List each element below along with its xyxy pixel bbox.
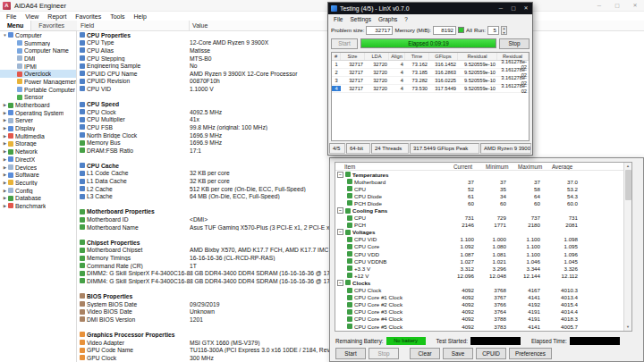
scroll-down-icon[interactable]: ▼ <box>626 324 630 331</box>
linx-menu-item-[interactable]: ? <box>401 16 411 22</box>
menu-item-tools[interactable]: Tools <box>106 13 129 20</box>
sidebar-item-directx[interactable]: ▶DirectX <box>0 156 76 164</box>
aida64-titlebar[interactable]: A AIDA64 Engineer ─ ▢ ✕ <box>0 0 644 12</box>
sidebar-item-motherboard[interactable]: ▶Motherboard <box>0 101 76 109</box>
minimize-icon[interactable]: ─ <box>495 3 507 14</box>
sidebar-item-computer-name[interactable]: Computer Name <box>0 46 76 55</box>
sensor-row-cpu[interactable]: CPU52355853.2 <box>335 185 631 192</box>
close-icon[interactable]: ✕ <box>626 0 644 12</box>
sensor-row-cpu[interactable]: CPU731729737731 <box>335 215 631 222</box>
sensor-row-12-v[interactable]: +12 V12.09612.04812.14412.112 <box>335 272 631 279</box>
tree-expander-icon[interactable]: ▶ <box>2 181 8 185</box>
tree-expander-icon[interactable]: ▶ <box>2 111 8 115</box>
sidebar-item-storage[interactable]: ▶Storage <box>0 140 76 148</box>
memory-input[interactable]: 8192 <box>433 26 456 35</box>
tree-expander-icon[interactable]: ▶ <box>2 165 8 170</box>
sidebar-item-config[interactable]: ▶Config <box>0 187 76 195</box>
sensor-row-pch[interactable]: PCH2146177121802081 <box>335 222 631 229</box>
sidebar-item-multimedia[interactable]: ▶Multimedia <box>0 132 76 140</box>
tab-menu[interactable]: Menu <box>0 21 31 30</box>
linx-stop-button[interactable]: Stop <box>499 38 530 49</box>
sst-stop-button[interactable]: Stop <box>369 348 399 359</box>
linx-menu-item-graphs[interactable]: Graphs <box>375 16 401 22</box>
linx-start-button[interactable]: Start <box>331 38 358 49</box>
linx-menu-item-file[interactable]: File <box>330 16 346 22</box>
maximize-icon[interactable]: ▢ <box>507 3 520 14</box>
sidebar-item-ipmi[interactable]: IPMI <box>0 63 76 71</box>
sensor-row-cpu-core-5-clock[interactable]: CPU Core #5 Clock4092378341414005.7 <box>335 323 631 330</box>
sensor-row-cpu-vddnb[interactable]: CPU VDDNB1.0271.0211.0461.045 <box>335 257 631 265</box>
menu-item-report[interactable]: Report <box>43 13 71 20</box>
sidebar-item-server[interactable]: ▶Server <box>0 117 76 125</box>
tab-favorites[interactable]: Favorites <box>31 21 72 30</box>
sidebar-item-software[interactable]: ▶Software <box>0 171 76 179</box>
sensor-row-motherboard[interactable]: Motherboard37373737.0 <box>335 178 631 185</box>
sidebar-item-sensor[interactable]: Sensor <box>0 94 76 102</box>
collapse-icon[interactable]: − <box>337 229 343 235</box>
sidebar-item-database[interactable]: ▶Database <box>0 194 76 202</box>
sensor-row-cpu-core-1-clock[interactable]: CPU Core #1 Clock4092376741414013.4 <box>335 294 631 301</box>
tree-expander-icon[interactable]: ▶ <box>2 126 8 130</box>
sensor-row-cpu-clock[interactable]: CPU Clock4092376841674010.3 <box>335 287 631 294</box>
sidebar-item-devices[interactable]: ▶Devices <box>0 164 76 172</box>
close-icon[interactable]: ✕ <box>520 3 532 14</box>
tree-expander-icon[interactable]: ▶ <box>2 118 8 122</box>
sensor-row-cpu-core-3-clock[interactable]: CPU Core #3 Clock4092376441914014.4 <box>335 308 631 316</box>
tree-expander-icon[interactable]: ▶ <box>2 103 8 107</box>
sidebar-item-display[interactable]: ▶Display <box>0 124 76 132</box>
collapse-icon[interactable]: − <box>337 280 343 286</box>
sidebar-item-dmi[interactable]: DMI <box>0 55 76 63</box>
menu-item-view[interactable]: View <box>21 13 43 20</box>
sidebar-item-network[interactable]: ▶Network <box>0 147 76 156</box>
collapse-icon[interactable]: − <box>337 172 343 178</box>
sensor-row-pch-diode[interactable]: PCH Diode60606060.0 <box>335 199 631 206</box>
menu-item-favorites[interactable]: Favorites <box>71 13 106 20</box>
sensor-row-clocks[interactable]: −Clocks <box>335 279 631 286</box>
linx-menu-item-settings[interactable]: Settings <box>346 16 375 22</box>
tree-expander-icon[interactable]: ▶ <box>2 149 8 154</box>
sensor-row-voltages[interactable]: −Voltages <box>335 229 631 236</box>
tree-expander-icon[interactable]: ▶ <box>2 173 8 177</box>
sensor-row-cpu-core-2-clock[interactable]: CPU Core #2 Clock4092376641924015.4 <box>335 301 631 308</box>
collapse-icon[interactable]: − <box>337 207 343 214</box>
menu-item-help[interactable]: Help <box>129 13 150 20</box>
sst-start-button[interactable]: Start <box>335 348 366 359</box>
sidebar-item-overclock[interactable]: Overclock <box>0 70 76 78</box>
sensor-row-cpu-vdd[interactable]: CPU VDD1.0871.0811.1001.096 <box>335 250 631 257</box>
menu-item-file[interactable]: File <box>2 13 21 20</box>
sidebar-item-power-management[interactable]: Power Management <box>0 78 76 86</box>
sensor-row-cooling-fans[interactable]: −Cooling Fans <box>335 206 631 214</box>
sidebar-item-computer[interactable]: ▼Computer <box>0 31 76 39</box>
sensor-row-3-3-v[interactable]: +3.3 V3.3123.2963.3443.326 <box>335 265 631 272</box>
sensor-row-cpu-core-4-clock[interactable]: CPU Core #4 Clock4092378841914018.3 <box>335 316 631 323</box>
sensor-row-temperatures[interactable]: −Temperatures <box>335 171 631 178</box>
tree-expander-icon[interactable]: ▶ <box>2 157 8 162</box>
scroll-up-icon[interactable]: ▲ <box>626 163 630 170</box>
sensor-col-header-item[interactable]: Item <box>335 164 448 170</box>
sensor-col-header-current[interactable]: Current <box>448 164 480 170</box>
sensor-col-header-minimum[interactable]: Minimum <box>480 164 513 170</box>
run-spinner[interactable]: ▲▼ <box>501 26 507 35</box>
sensor-row-cpu-diode[interactable]: CPU Diode61346454.3 <box>335 192 631 199</box>
sensor-col-header-average[interactable]: Average <box>547 164 584 170</box>
problem-size-input[interactable]: 32717 <box>366 26 393 35</box>
sst-cpuid-button[interactable]: CPUID <box>476 348 506 359</box>
sst-save-button[interactable]: Save <box>443 348 473 359</box>
tree-expander-icon[interactable]: ▶ <box>2 134 8 139</box>
tree-expander-icon[interactable]: ▶ <box>2 141 8 146</box>
sidebar-item-operating-system[interactable]: ▶Operating System <box>0 109 76 117</box>
tree-expander-icon[interactable]: ▶ <box>2 204 8 208</box>
minimize-icon[interactable]: ─ <box>590 0 608 12</box>
linx-titlebar[interactable]: Testing (4/5) - LinX v0.7.0 ─ ▢ ✕ <box>328 3 532 14</box>
run-input[interactable]: 5 <box>487 26 499 35</box>
all-checkbox[interactable] <box>458 27 464 33</box>
sidebar-item-benchmark[interactable]: ▶Benchmark <box>0 202 76 210</box>
column-header-field[interactable]: Field <box>77 21 190 30</box>
maximize-icon[interactable]: ▢ <box>608 0 626 12</box>
sensor-row-cpu-core[interactable]: CPU Core1.0921.0801.1001.095 <box>335 243 631 250</box>
sensor-row-cpu-vid[interactable]: CPU VID1.1001.0001.1001.098 <box>335 236 631 243</box>
sst-clear-button[interactable]: Clear <box>410 348 440 359</box>
sensor-scrollbar[interactable]: ▲ ▼ <box>623 163 631 331</box>
sidebar-item-security[interactable]: ▶Security <box>0 179 76 187</box>
tree-expander-icon[interactable]: ▶ <box>2 189 8 193</box>
